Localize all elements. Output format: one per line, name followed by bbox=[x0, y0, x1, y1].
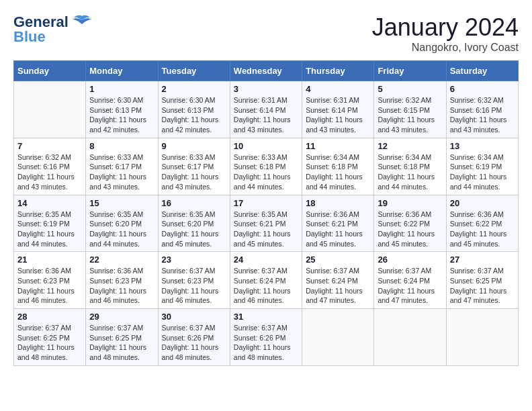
page-header: General Blue January 2024 Nangokro, Ivor… bbox=[13, 13, 519, 54]
day-detail: Sunrise: 6:37 AMSunset: 6:26 PMDaylight:… bbox=[162, 323, 226, 363]
calendar-cell: 30Sunrise: 6:37 AMSunset: 6:26 PMDayligh… bbox=[158, 309, 230, 366]
calendar-cell: 9Sunrise: 6:33 AMSunset: 6:17 PMDaylight… bbox=[158, 138, 230, 195]
day-detail: Sunrise: 6:32 AMSunset: 6:15 PMDaylight:… bbox=[378, 95, 442, 135]
day-number: 3 bbox=[234, 84, 298, 94]
day-detail: Sunrise: 6:37 AMSunset: 6:24 PMDaylight:… bbox=[306, 266, 370, 306]
calendar-week-row: 14Sunrise: 6:35 AMSunset: 6:19 PMDayligh… bbox=[14, 195, 519, 252]
day-number: 30 bbox=[162, 312, 226, 322]
calendar-week-row: 1Sunrise: 6:30 AMSunset: 6:13 PMDaylight… bbox=[14, 81, 519, 138]
day-number: 16 bbox=[162, 198, 226, 208]
day-detail: Sunrise: 6:33 AMSunset: 6:17 PMDaylight:… bbox=[89, 152, 154, 192]
day-detail: Sunrise: 6:34 AMSunset: 6:19 PMDaylight:… bbox=[450, 152, 515, 192]
day-detail: Sunrise: 6:33 AMSunset: 6:18 PMDaylight:… bbox=[234, 152, 298, 192]
day-number: 7 bbox=[17, 141, 82, 151]
day-number: 26 bbox=[378, 255, 442, 265]
day-detail: Sunrise: 6:34 AMSunset: 6:18 PMDaylight:… bbox=[306, 152, 370, 192]
calendar-cell: 16Sunrise: 6:35 AMSunset: 6:20 PMDayligh… bbox=[158, 195, 230, 252]
header-tuesday: Tuesday bbox=[158, 61, 230, 81]
day-number: 18 bbox=[306, 198, 370, 208]
day-detail: Sunrise: 6:37 AMSunset: 6:23 PMDaylight:… bbox=[162, 266, 226, 306]
day-number: 8 bbox=[89, 141, 154, 151]
day-number: 5 bbox=[378, 84, 442, 94]
day-number: 29 bbox=[89, 312, 154, 322]
calendar-cell: 12Sunrise: 6:34 AMSunset: 6:18 PMDayligh… bbox=[374, 138, 446, 195]
day-number: 27 bbox=[450, 255, 515, 265]
day-number: 15 bbox=[89, 198, 154, 208]
day-detail: Sunrise: 6:36 AMSunset: 6:22 PMDaylight:… bbox=[378, 210, 442, 249]
calendar-cell: 3Sunrise: 6:31 AMSunset: 6:14 PMDaylight… bbox=[230, 81, 302, 138]
title-block: January 2024 Nangokro, Ivory Coast bbox=[372, 13, 519, 54]
calendar-cell: 5Sunrise: 6:32 AMSunset: 6:15 PMDaylight… bbox=[374, 81, 446, 138]
day-detail: Sunrise: 6:32 AMSunset: 6:16 PMDaylight:… bbox=[17, 152, 82, 192]
calendar-cell: 22Sunrise: 6:36 AMSunset: 6:23 PMDayligh… bbox=[86, 252, 158, 309]
day-detail: Sunrise: 6:35 AMSunset: 6:21 PMDaylight:… bbox=[234, 210, 298, 249]
calendar-cell bbox=[446, 309, 518, 366]
day-number: 6 bbox=[450, 84, 515, 94]
calendar-cell: 24Sunrise: 6:37 AMSunset: 6:24 PMDayligh… bbox=[230, 252, 302, 309]
calendar-cell: 29Sunrise: 6:37 AMSunset: 6:25 PMDayligh… bbox=[86, 309, 158, 366]
calendar-header-row: SundayMondayTuesdayWednesdayThursdayFrid… bbox=[14, 61, 519, 81]
calendar-cell: 15Sunrise: 6:35 AMSunset: 6:20 PMDayligh… bbox=[86, 195, 158, 252]
day-number: 21 bbox=[17, 255, 82, 265]
calendar-cell: 20Sunrise: 6:36 AMSunset: 6:22 PMDayligh… bbox=[446, 195, 518, 252]
header-saturday: Saturday bbox=[446, 61, 518, 81]
day-detail: Sunrise: 6:35 AMSunset: 6:19 PMDaylight:… bbox=[17, 210, 82, 249]
calendar-week-row: 7Sunrise: 6:32 AMSunset: 6:16 PMDaylight… bbox=[14, 138, 519, 195]
day-detail: Sunrise: 6:31 AMSunset: 6:14 PMDaylight:… bbox=[306, 95, 370, 135]
calendar-cell: 31Sunrise: 6:37 AMSunset: 6:26 PMDayligh… bbox=[230, 309, 302, 366]
day-detail: Sunrise: 6:30 AMSunset: 6:13 PMDaylight:… bbox=[89, 95, 154, 135]
calendar-cell: 17Sunrise: 6:35 AMSunset: 6:21 PMDayligh… bbox=[230, 195, 302, 252]
month-title: January 2024 bbox=[372, 13, 519, 42]
day-number: 10 bbox=[234, 141, 298, 151]
calendar-cell: 21Sunrise: 6:36 AMSunset: 6:23 PMDayligh… bbox=[14, 252, 86, 309]
calendar-week-row: 28Sunrise: 6:37 AMSunset: 6:25 PMDayligh… bbox=[14, 309, 519, 366]
logo-bird-icon bbox=[73, 15, 91, 30]
calendar-cell: 19Sunrise: 6:36 AMSunset: 6:22 PMDayligh… bbox=[374, 195, 446, 252]
calendar-cell bbox=[14, 81, 86, 138]
day-detail: Sunrise: 6:35 AMSunset: 6:20 PMDaylight:… bbox=[89, 210, 154, 249]
day-number: 12 bbox=[378, 141, 442, 151]
calendar-cell: 14Sunrise: 6:35 AMSunset: 6:19 PMDayligh… bbox=[14, 195, 86, 252]
day-number: 24 bbox=[234, 255, 298, 265]
day-number: 25 bbox=[306, 255, 370, 265]
day-number: 2 bbox=[162, 84, 226, 94]
calendar-cell: 13Sunrise: 6:34 AMSunset: 6:19 PMDayligh… bbox=[446, 138, 518, 195]
day-detail: Sunrise: 6:36 AMSunset: 6:23 PMDaylight:… bbox=[17, 266, 82, 306]
calendar-cell: 23Sunrise: 6:37 AMSunset: 6:23 PMDayligh… bbox=[158, 252, 230, 309]
header-thursday: Thursday bbox=[302, 61, 374, 81]
calendar-table: SundayMondayTuesdayWednesdayThursdayFrid… bbox=[13, 60, 519, 366]
day-detail: Sunrise: 6:36 AMSunset: 6:21 PMDaylight:… bbox=[306, 210, 370, 249]
calendar-cell bbox=[374, 309, 446, 366]
day-number: 20 bbox=[450, 198, 515, 208]
calendar-cell: 28Sunrise: 6:37 AMSunset: 6:25 PMDayligh… bbox=[14, 309, 86, 366]
day-number: 17 bbox=[234, 198, 298, 208]
day-detail: Sunrise: 6:36 AMSunset: 6:22 PMDaylight:… bbox=[450, 210, 515, 249]
header-monday: Monday bbox=[86, 61, 158, 81]
calendar-cell: 1Sunrise: 6:30 AMSunset: 6:13 PMDaylight… bbox=[86, 81, 158, 138]
day-detail: Sunrise: 6:33 AMSunset: 6:17 PMDaylight:… bbox=[162, 152, 226, 192]
calendar-cell: 7Sunrise: 6:32 AMSunset: 6:16 PMDaylight… bbox=[14, 138, 86, 195]
day-number: 23 bbox=[162, 255, 226, 265]
day-detail: Sunrise: 6:30 AMSunset: 6:13 PMDaylight:… bbox=[162, 95, 226, 135]
calendar-cell: 27Sunrise: 6:37 AMSunset: 6:25 PMDayligh… bbox=[446, 252, 518, 309]
day-detail: Sunrise: 6:37 AMSunset: 6:26 PMDaylight:… bbox=[234, 323, 298, 363]
calendar-cell: 6Sunrise: 6:32 AMSunset: 6:16 PMDaylight… bbox=[446, 81, 518, 138]
day-detail: Sunrise: 6:36 AMSunset: 6:23 PMDaylight:… bbox=[89, 266, 154, 306]
calendar-cell: 4Sunrise: 6:31 AMSunset: 6:14 PMDaylight… bbox=[302, 81, 374, 138]
day-detail: Sunrise: 6:35 AMSunset: 6:20 PMDaylight:… bbox=[162, 210, 226, 249]
day-number: 13 bbox=[450, 141, 515, 151]
day-number: 9 bbox=[162, 141, 226, 151]
location-subtitle: Nangokro, Ivory Coast bbox=[372, 42, 519, 54]
calendar-cell: 25Sunrise: 6:37 AMSunset: 6:24 PMDayligh… bbox=[302, 252, 374, 309]
day-detail: Sunrise: 6:37 AMSunset: 6:25 PMDaylight:… bbox=[17, 323, 82, 363]
calendar-cell: 2Sunrise: 6:30 AMSunset: 6:13 PMDaylight… bbox=[158, 81, 230, 138]
day-detail: Sunrise: 6:31 AMSunset: 6:14 PMDaylight:… bbox=[234, 95, 298, 135]
day-number: 28 bbox=[17, 312, 82, 322]
calendar-cell: 10Sunrise: 6:33 AMSunset: 6:18 PMDayligh… bbox=[230, 138, 302, 195]
day-number: 22 bbox=[89, 255, 154, 265]
day-number: 1 bbox=[89, 84, 154, 94]
calendar-cell: 26Sunrise: 6:37 AMSunset: 6:24 PMDayligh… bbox=[374, 252, 446, 309]
calendar-week-row: 21Sunrise: 6:36 AMSunset: 6:23 PMDayligh… bbox=[14, 252, 519, 309]
header-wednesday: Wednesday bbox=[230, 61, 302, 81]
logo-blue-text: Blue bbox=[13, 28, 46, 46]
